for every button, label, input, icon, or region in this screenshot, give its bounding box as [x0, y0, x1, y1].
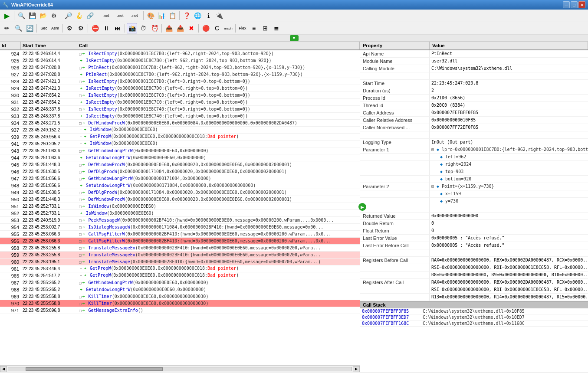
expand-icon[interactable]: ＋: [79, 128, 83, 132]
table-row[interactable]: 94622:23:45:251:630,5 □➔ DefDlgProcW(0x0…: [0, 168, 360, 175]
expand-icon[interactable]: ＋: [79, 134, 83, 139]
table-row[interactable]: 95122:23:45:252:733,1 □➔ IsWindow(0x0000…: [0, 203, 360, 210]
table-row[interactable]: 95322:23:45:240:519,9 □➔ PeekMessageW(0x…: [0, 217, 360, 224]
expand-icon[interactable]: □: [79, 197, 81, 202]
hook-button[interactable]: 🪝: [74, 10, 84, 21]
stack-button[interactable]: ≣: [271, 23, 282, 33]
log-button[interactable]: 📋: [167, 10, 177, 21]
table-row[interactable]: 93922:23:45:249:956,4 ＋➔ GetPropW(0x0000…: [0, 134, 360, 141]
table-row[interactable]: 94122:23:45:250:205,2 ＋➔ IsWindow(0x0000…: [0, 141, 360, 147]
call-stack-row[interactable]: 0x000007FEFBFF0F85C:\Windows\system32\ux…: [360, 308, 588, 314]
expand-icon[interactable]: □: [79, 225, 81, 229]
table-row[interactable]: 94322:23:45:251:083,6 □➔ GetWindowLongPt…: [0, 147, 360, 154]
table-row[interactable]: 93122:23:45:247:854,2 ➔ IsRectEmpty(0x00…: [0, 99, 360, 106]
table-row[interactable]: 96822:23:45:255:265,2 ➔ GetWindowLongPtr…: [0, 286, 360, 293]
run-button[interactable]: ▶: [2, 10, 12, 21]
expand-icon[interactable]: □: [79, 177, 81, 181]
expand-icon[interactable]: □: [79, 218, 81, 222]
table-row[interactable]: 92622:23:45:247:020,8 □➔ PtInRect(0x0000…: [0, 64, 360, 71]
process-button[interactable]: ⚙: [64, 23, 75, 33]
expand-icon[interactable]: □: [79, 79, 81, 84]
pause-button[interactable]: ⏸: [101, 23, 112, 33]
call-stack-row[interactable]: 0x000007FEFBFF168CC:\Windows\system32\ux…: [360, 321, 588, 327]
dotnet3-button[interactable]: .net: [128, 10, 141, 21]
unhook-button[interactable]: 🔗: [85, 10, 95, 21]
table-row[interactable]: 93222:23:45:248:337,8 □➔ IsRectEmpty(0x0…: [0, 106, 360, 113]
import-button[interactable]: 📥: [175, 23, 185, 33]
stop-button[interactable]: ⛔: [90, 23, 100, 33]
about-button[interactable]: ℹ: [203, 10, 214, 21]
dotnet1-button[interactable]: .net: [99, 10, 113, 21]
flex-button[interactable]: Flex: [237, 23, 248, 33]
web-button[interactable]: 🌐: [192, 10, 203, 21]
expand-icon[interactable]: □: [79, 239, 81, 243]
expand-icon[interactable]: □: [79, 170, 81, 174]
expand-icon[interactable]: □: [79, 260, 81, 264]
grid-button[interactable]: ⊞: [260, 23, 270, 33]
settings-button[interactable]: ⚙: [49, 10, 59, 21]
tree-collapse-icon[interactable]: ⊟: [431, 184, 437, 189]
h-scroll-track[interactable]: [8, 367, 352, 371]
expand-icon[interactable]: □: [79, 246, 81, 250]
table-row[interactable]: 95422:23:45:253:002,7 □➔ IsDialogMessage…: [0, 224, 360, 231]
table-row[interactable]: 95222:23:45:252:733,1 ➔ IsWindow(0x00000…: [0, 210, 360, 217]
table-row[interactable]: 94522:23:45:251:448,3 □➔ DefWindowProcW(…: [0, 161, 360, 168]
expand-icon[interactable]: □: [79, 232, 81, 236]
table-row[interactable]: 96022:23:45:253:195,1 □➔ TranslateMessag…: [0, 258, 360, 265]
expand-icon[interactable]: □: [79, 253, 81, 257]
table-row[interactable]: 97022:23:45:255:558,8 □➔ KillTimer(0x000…: [0, 300, 360, 307]
table-row[interactable]: 95922:23:45:253:255,8 □➔ TranslateMessag…: [0, 252, 360, 258]
skip-button[interactable]: C: [212, 23, 222, 33]
minimize-button[interactable]: ─: [563, 1, 570, 8]
open-process-button[interactable]: 🔍: [16, 10, 26, 21]
table-row[interactable]: 96722:23:45:255:265,2 □➔ GetWindowLongPt…: [0, 279, 360, 286]
table-row[interactable]: 92422:23:45:246:614,4 □➔ IsRectEmpty(0x0…: [0, 50, 360, 57]
expand-icon[interactable]: □: [79, 149, 81, 153]
folder-button[interactable]: 📂: [38, 10, 48, 21]
export-button[interactable]: 📤: [164, 23, 174, 33]
h-scroll-thumb[interactable]: [26, 367, 163, 371]
table-row[interactable]: 93422:23:45:243:271,5 □➔ DefWindowProcW(…: [0, 120, 360, 127]
asm-button[interactable]: Asm: [50, 23, 60, 33]
maximize-button[interactable]: □: [571, 1, 578, 8]
save-button[interactable]: 💾: [27, 10, 37, 21]
table-row[interactable]: 92522:23:45:246:614,4 ➔ IsRectEmpty(0x00…: [0, 57, 360, 64]
table-row[interactable]: 95622:23:45:253:066,3 □➔ CallMsgFilterW(…: [0, 238, 360, 245]
table-row[interactable]: 96122:23:45:253:446,4 ＋➔ GetPropW(0x0000…: [0, 265, 360, 272]
expand-icon[interactable]: □: [79, 52, 81, 56]
table-row[interactable]: 95822:23:45:253:255,8 □➔ TranslateMessag…: [0, 245, 360, 252]
clock-button[interactable]: ⏰: [149, 23, 160, 33]
timer-button[interactable]: ⏱: [138, 23, 148, 33]
h-scrollbar[interactable]: ◀ ▶: [0, 365, 360, 372]
search-toolbar-button[interactable]: 🔍: [13, 23, 23, 33]
plugin-button[interactable]: 🔌: [214, 10, 224, 21]
api1-button[interactable]: msdn: [223, 23, 233, 33]
color-button[interactable]: 🎨: [145, 10, 156, 21]
scroll-left-btn[interactable]: ◀: [0, 366, 7, 372]
table-row[interactable]: 92822:23:45:247:421,3 □➔ IsRectEmpty(0x0…: [0, 78, 360, 85]
step-button[interactable]: ⏭: [112, 23, 123, 33]
close-button[interactable]: ✕: [578, 1, 585, 8]
table-row[interactable]: 96922:23:45:255:558,8 □➔ KillTimer(0x000…: [0, 293, 360, 300]
table-row[interactable]: 95022:23:45:251:448,3 □➔ DefWindowProcW(…: [0, 196, 360, 203]
log-body[interactable]: 92422:23:45:246:614,4 □➔ IsRectEmpty(0x0…: [0, 50, 360, 365]
list-button[interactable]: ≡: [249, 23, 259, 33]
break-button[interactable]: 🔴: [200, 23, 211, 33]
expand-icon[interactable]: □: [79, 107, 81, 111]
thread-button[interactable]: ⚙: [76, 23, 86, 33]
table-row[interactable]: 94922:23:45:251:630,5 □➔ DefDlgProcW(0x0…: [0, 189, 360, 196]
table-row[interactable]: 93722:23:45:249:152,2 ＋➔ IsWindow(0x0000…: [0, 127, 360, 134]
table-row[interactable]: 94722:23:45:251:856,6 □➔ GetWindowLongPt…: [0, 175, 360, 182]
table-row[interactable]: 95522:23:45:253:066,3 □➔ CallMsgFilterW(…: [0, 231, 360, 238]
center-expand-arrow[interactable]: ▶: [358, 203, 366, 211]
expand-icon[interactable]: □: [79, 204, 81, 209]
prop-body[interactable]: Api NamePtInRectModule Nameuser32.dllCal…: [360, 50, 588, 372]
tree-collapse-icon[interactable]: ⊟: [431, 147, 437, 152]
security-button[interactable]: Sec: [39, 23, 49, 33]
refresh-button[interactable]: 🔄: [24, 23, 35, 33]
expand-icon[interactable]: □: [79, 93, 81, 98]
table-row[interactable]: 96522:23:45:254:517,2 ＋➔ GetPropW(0x0000…: [0, 272, 360, 279]
expand-icon[interactable]: ＋: [79, 141, 83, 146]
table-row[interactable]: 92922:23:45:247:421,3 ➔ IsRectEmpty(0x00…: [0, 85, 360, 92]
table-row[interactable]: 93322:23:45:248:337,8 ➔ IsRectEmpty(0x00…: [0, 113, 360, 120]
